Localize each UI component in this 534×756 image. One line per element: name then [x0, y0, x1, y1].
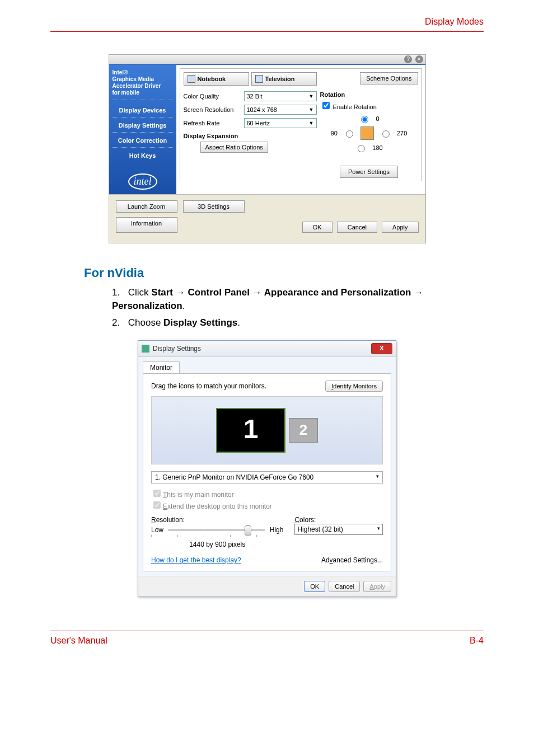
window-title: Display Settings [153, 345, 201, 353]
ok-button[interactable]: OK [304, 581, 325, 592]
resolution-value: 1440 by 900 pixels [151, 541, 283, 548]
extend-desktop-checkbox: Extend the desktop onto this monitor [151, 500, 383, 510]
close-button[interactable]: X [371, 343, 392, 354]
advanced-settings-button[interactable]: Advanced Settings... [321, 556, 383, 564]
rotation-preview-icon [360, 126, 374, 140]
monitor-1[interactable]: 1 [216, 408, 285, 453]
monitor-select[interactable]: 1. Generic PnP Monitor on NVIDIA GeForce… [151, 471, 383, 483]
monitor-tab[interactable]: Monitor [143, 361, 180, 373]
app-icon [142, 345, 149, 353]
drag-instruction: Drag the icons to match your monitors. [151, 382, 266, 390]
chevron-down-icon: ▼ [309, 120, 314, 126]
power-settings-button[interactable]: Power Settings [340, 166, 398, 178]
intel-logo: intel [113, 173, 173, 190]
nav-display-devices[interactable]: Display Devices [113, 104, 173, 118]
rotation-180-radio[interactable] [358, 145, 365, 152]
close-icon[interactable]: × [415, 55, 423, 63]
page-header: Display Modes [50, 17, 484, 32]
intel-graphics-dialog: ? × Intel® Graphics Media Accelerator Dr… [109, 54, 426, 243]
resolution-label: Resolution: [151, 516, 283, 524]
monitor-2[interactable]: 2 [289, 418, 318, 443]
screen-resolution-select[interactable]: 1024 x 768▼ [244, 105, 317, 115]
intel-titlebar: ? × [109, 55, 425, 64]
rotation-0-radio[interactable] [361, 116, 368, 123]
main-monitor-checkbox: This is my main monitor [151, 488, 383, 499]
display-expansion-label: Display Expansion [184, 133, 317, 139]
nav-color-correction[interactable]: Color Correction [113, 134, 173, 148]
slider-thumb[interactable] [245, 525, 251, 536]
cancel-button[interactable]: Cancel [329, 581, 360, 592]
monitor-icon [188, 75, 195, 83]
footer-manual: User's Manual [50, 636, 107, 646]
screen-resolution-label: Screen Resolution [184, 106, 240, 113]
chevron-down-icon: ▾ [376, 473, 379, 481]
chevron-down-icon: ▼ [309, 93, 314, 99]
rotation-270-radio[interactable] [382, 130, 390, 138]
refresh-rate-select[interactable]: 60 Hertz▼ [244, 118, 317, 128]
rotation-90-radio[interactable] [346, 130, 353, 138]
step-1: 1. Click Start → Control Panel → Appeara… [112, 286, 484, 313]
tv-icon [255, 75, 263, 83]
color-quality-label: Color Quality [184, 93, 240, 100]
footer-page: B-4 [470, 636, 484, 646]
scheme-options-button[interactable]: Scheme Options [360, 72, 418, 84]
apply-button[interactable]: Apply [382, 222, 419, 233]
intel-brand: Intel® Graphics Media Accelerator Driver… [113, 69, 173, 100]
identify-monitors-button[interactable]: IIdentify Monitorsdentify Monitors [325, 381, 383, 392]
colors-select[interactable]: Highest (32 bit) ▾ [294, 524, 383, 535]
resolution-slider[interactable] [168, 529, 265, 531]
apply-button: Apply [363, 581, 391, 592]
information-button[interactable]: Information [116, 217, 177, 233]
section-heading: For nVidia [84, 266, 484, 280]
3d-settings-button[interactable]: 3D Settings [183, 200, 245, 213]
breadcrumb: Display Modes [425, 17, 484, 26]
help-link[interactable]: How do I get the best display? [151, 556, 241, 564]
nav-display-settings[interactable]: Display Settings [113, 119, 173, 133]
page-footer: User's Manual B-4 [50, 631, 484, 646]
display-settings-dialog: Display Settings X Monitor Drag the icon… [138, 340, 396, 597]
nav-hot-keys[interactable]: Hot Keys [113, 149, 173, 162]
tab-notebook[interactable]: Notebook [184, 72, 249, 86]
tab-television[interactable]: Television [251, 72, 317, 86]
chevron-down-icon: ▾ [377, 525, 380, 533]
colors-label: Colors: [294, 516, 383, 524]
help-icon[interactable]: ? [404, 55, 412, 63]
intel-sidebar: Intel® Graphics Media Accelerator Driver… [109, 65, 176, 194]
refresh-rate-label: Refresh Rate [184, 120, 240, 126]
aspect-ratio-button[interactable]: Aspect Ratio Options [200, 142, 268, 153]
monitor-layout-area[interactable]: 1 2 [151, 396, 383, 464]
cancel-button[interactable]: Cancel [337, 222, 377, 233]
ok-button[interactable]: OK [302, 222, 332, 233]
rotation-title: Rotation [320, 91, 418, 98]
step-2: 2. Choose Display Settings. [112, 316, 484, 330]
color-quality-select[interactable]: 32 Bit▼ [244, 91, 317, 101]
enable-rotation-checkbox[interactable]: Enable Rotation [320, 100, 418, 111]
launch-zoom-button[interactable]: Launch Zoom [116, 200, 177, 213]
chevron-down-icon: ▼ [309, 107, 314, 112]
